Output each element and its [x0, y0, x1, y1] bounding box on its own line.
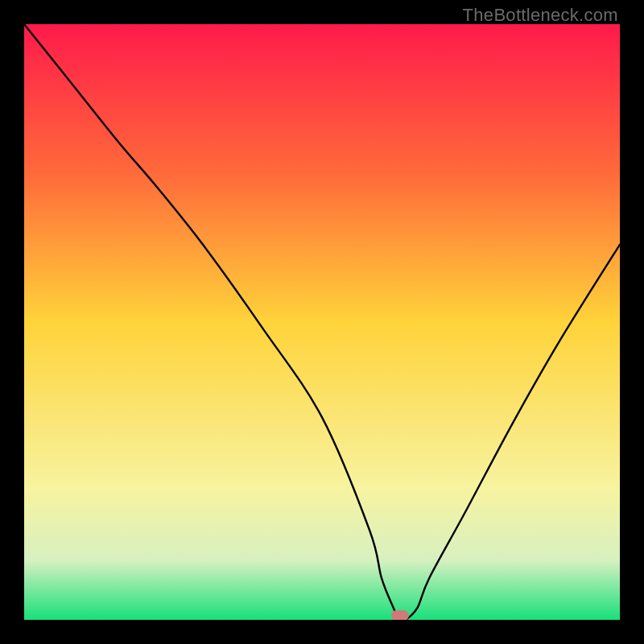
watermark-text: TheBottleneck.com — [463, 5, 618, 26]
bottleneck-chart — [24, 24, 620, 620]
plot-area — [24, 24, 620, 620]
gradient-background — [24, 24, 620, 620]
chart-frame: TheBottleneck.com — [0, 0, 644, 644]
optimal-marker — [391, 610, 409, 620]
